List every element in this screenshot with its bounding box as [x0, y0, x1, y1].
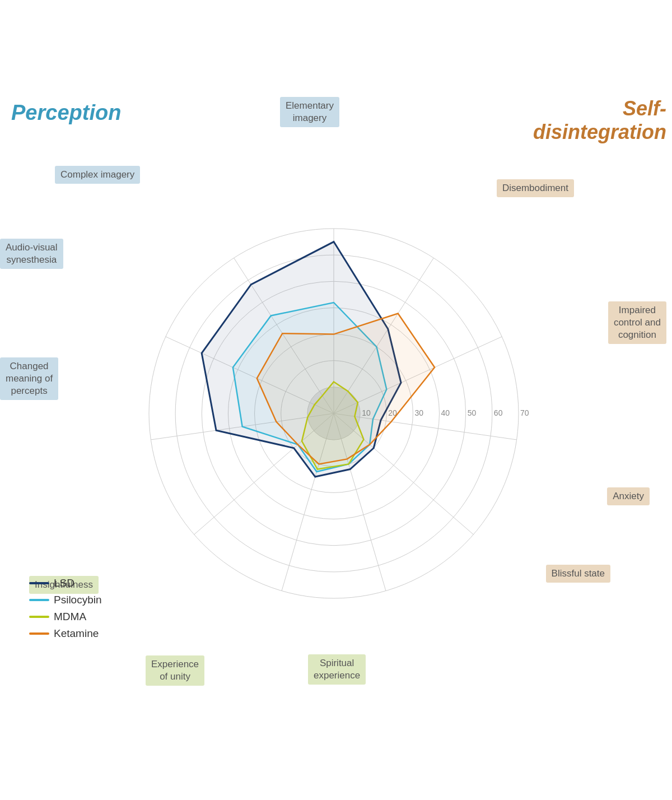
label-impaired-control: Impairedcontrol andcognition [608, 301, 666, 344]
label-blissful-state: Blissful state [546, 565, 610, 583]
svg-text:50: 50 [468, 408, 477, 417]
label-anxiety: Anxiety [607, 487, 650, 505]
svg-text:40: 40 [441, 408, 450, 417]
legend-item-mdma: MDMA [29, 611, 102, 623]
legend-item-ketamine: Ketamine [29, 627, 102, 640]
svg-text:60: 60 [494, 408, 503, 417]
label-audio-visual: Audio-visualsynesthesia [0, 239, 63, 269]
label-complex-imagery: Complex imagery [55, 166, 140, 184]
label-elementary-imagery: Elementaryimagery [280, 97, 339, 127]
chart-container: 10203040506070 Elementaryimagery Disembo… [0, 10, 672, 727]
svg-text:30: 30 [414, 408, 423, 417]
label-disembodiment: Disembodiment [497, 179, 574, 197]
legend: LSDPsilocybinMDMAKetamine [29, 577, 102, 644]
svg-text:70: 70 [520, 408, 529, 417]
label-experience-of-unity: Experienceof unity [146, 655, 204, 686]
legend-item-psilocybin: Psilocybin [29, 594, 102, 606]
page-title [0, 0, 672, 10]
label-changed-meaning: Changedmeaning ofpercepts [0, 357, 58, 400]
label-spiritual-experience: Spiritualexperience [308, 654, 366, 685]
legend-item-lsd: LSD [29, 577, 102, 589]
section-self-disintegration: Self-disintegration [533, 97, 666, 144]
section-perception: Perception [11, 101, 121, 125]
